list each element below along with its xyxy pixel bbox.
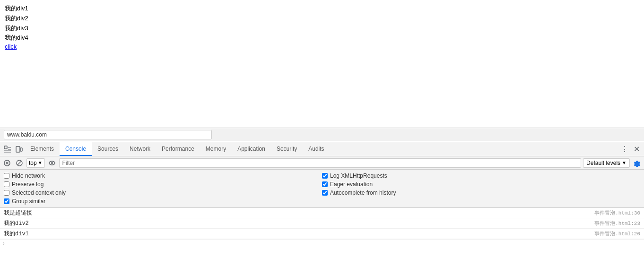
context-value: top (29, 160, 37, 166)
context-selector[interactable]: top ▼ (26, 158, 45, 168)
devtools-panel: Elements Console Sources Network Perform… (0, 142, 644, 258)
log-xmlhttp-checkbox[interactable] (322, 173, 328, 179)
more-options-icon[interactable]: ⋮ (618, 144, 630, 155)
tab-memory[interactable]: Memory (200, 142, 232, 156)
filter-input[interactable] (59, 158, 581, 168)
div2-text: 我的div2 (5, 14, 639, 24)
svg-rect-2 (20, 148, 22, 151)
tab-audits[interactable]: Audits (303, 142, 330, 156)
close-devtools-icon[interactable]: ✕ (631, 144, 642, 155)
default-levels-dropdown-icon: ▼ (622, 160, 627, 165)
log-xmlhttp-option: Log XMLHttpRequests (322, 172, 640, 180)
eager-eval-option: Eager evaluation (322, 180, 640, 189)
log-entry-2: 我的div2 事件冒泡.html:23 (0, 218, 644, 229)
eager-eval-label: Eager evaluation (330, 181, 373, 188)
default-levels-label: Default levels (586, 160, 620, 166)
tab-elements[interactable]: Elements (25, 142, 60, 156)
log-xmlhttp-label: Log XMLHttpRequests (330, 172, 387, 179)
context-dropdown-icon: ▼ (38, 160, 43, 165)
tab-network[interactable]: Network (124, 142, 156, 156)
console-options: Hide network Preserve log Selected conte… (0, 170, 644, 208)
autocomplete-history-checkbox[interactable] (322, 190, 328, 196)
div4-text: 我的div4 (5, 33, 639, 43)
div3-text: 我的div3 (5, 24, 639, 34)
devtools-toolbar-right: ⋮ ✕ (618, 144, 642, 155)
hide-network-checkbox[interactable] (4, 173, 9, 179)
preserve-log-option: Preserve log (4, 180, 322, 189)
tab-application[interactable]: Application (232, 142, 271, 156)
block-icon[interactable] (14, 158, 25, 168)
svg-line-5 (17, 161, 22, 165)
eye-icon[interactable] (47, 158, 57, 168)
selected-context-label: Selected context only (12, 189, 66, 196)
group-similar-checkbox[interactable] (4, 198, 9, 204)
svg-rect-0 (4, 146, 7, 149)
tab-sources[interactable]: Sources (92, 142, 124, 156)
clear-console-icon[interactable] (2, 158, 12, 168)
settings-icon[interactable] (632, 158, 642, 168)
hide-network-option: Hide network (4, 172, 322, 180)
selected-context-option: Selected context only (4, 189, 322, 197)
selected-context-checkbox[interactable] (4, 190, 9, 196)
devtools-toolbar: Elements Console Sources Network Perform… (0, 142, 644, 156)
page-content: 我的div1 我的div2 我的div3 我的div4 click (0, 0, 644, 128)
preserve-log-label: Preserve log (12, 181, 44, 188)
options-left-column: Hide network Preserve log Selected conte… (4, 172, 322, 206)
log-source-1: 事件冒泡.html:30 (594, 209, 640, 216)
hide-network-label: Hide network (12, 172, 45, 179)
log-entry-3: 我的div1 事件冒泡.html:20 (0, 229, 644, 239)
log-source-3: 事件冒泡.html:20 (594, 230, 640, 237)
log-text-3: 我的div1 (4, 230, 29, 238)
device-toggle-icon[interactable] (13, 144, 25, 155)
svg-point-7 (51, 162, 53, 164)
log-text-1: 我是超链接 (4, 209, 32, 217)
eager-eval-checkbox[interactable] (322, 181, 328, 187)
address-bar-area (0, 128, 644, 141)
inspect-element-icon[interactable] (2, 144, 13, 155)
console-filter-bar: top ▼ Default levels ▼ (0, 156, 644, 170)
log-entry-1: 我是超链接 事件冒泡.html:30 (0, 208, 644, 218)
tab-performance[interactable]: Performance (156, 142, 200, 156)
log-text-2: 我的div2 (4, 219, 29, 227)
preserve-log-checkbox[interactable] (4, 181, 9, 187)
autocomplete-history-option: Autocomplete from history (322, 189, 640, 197)
console-log: 我是超链接 事件冒泡.html:30 我的div2 事件冒泡.html:23 我… (0, 208, 644, 258)
svg-rect-1 (16, 146, 20, 152)
default-levels-button[interactable]: Default levels ▼ (583, 158, 630, 168)
div1-text: 我的div1 (5, 4, 639, 14)
log-source-2: 事件冒泡.html:23 (594, 220, 640, 227)
address-bar-input[interactable] (4, 130, 212, 139)
tab-security[interactable]: Security (271, 142, 303, 156)
devtools-tabs: Elements Console Sources Network Perform… (25, 142, 618, 156)
tab-console[interactable]: Console (60, 142, 92, 156)
console-cursor-line[interactable]: › (0, 239, 644, 248)
group-similar-option: Group similar (4, 197, 322, 206)
autocomplete-history-label: Autocomplete from history (330, 189, 396, 196)
options-right-column: Log XMLHttpRequests Eager evaluation Aut… (322, 172, 640, 206)
group-similar-label: Group similar (12, 198, 45, 205)
cursor-caret-icon: › (2, 241, 5, 247)
click-link[interactable]: click (5, 43, 17, 50)
